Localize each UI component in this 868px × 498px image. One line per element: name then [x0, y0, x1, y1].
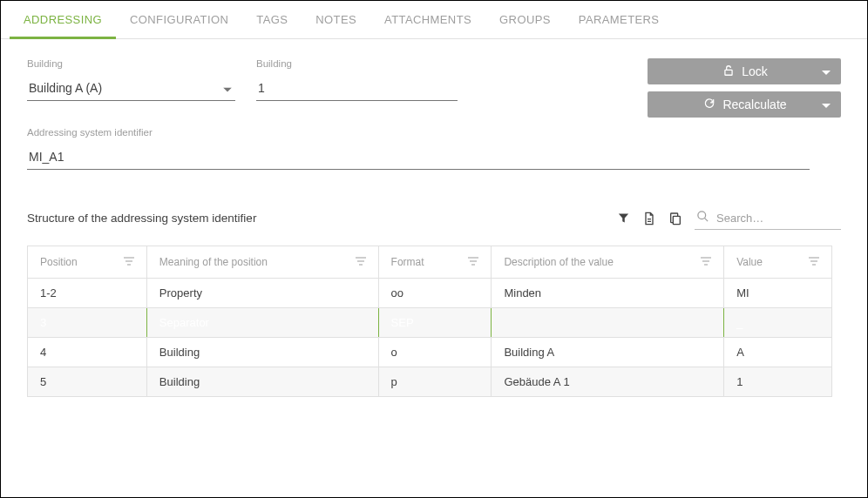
tab-tags[interactable]: TAGS: [242, 1, 302, 38]
column-header-value[interactable]: Value: [724, 246, 831, 278]
field-label: Building: [256, 58, 458, 69]
column-filter-icon[interactable]: [701, 256, 711, 268]
cell-format: p: [379, 367, 492, 396]
refresh-icon: [703, 98, 715, 112]
column-header-format[interactable]: Format: [379, 246, 492, 278]
tab-label: ATTACHMENTS: [384, 13, 471, 26]
cell-value: _: [724, 308, 831, 337]
addressing-id-input[interactable]: [27, 145, 810, 170]
building-select-field: Building Building A (A): [27, 58, 235, 101]
structure-header: Structure of the addressing system ident…: [27, 206, 841, 230]
tab-label: NOTES: [315, 13, 356, 26]
building-select-value: Building A (A): [27, 76, 235, 101]
lock-icon: [722, 64, 735, 79]
main-panel: ADDRESSING CONFIGURATION TAGS NOTES ATTA…: [0, 0, 868, 498]
search-icon: [696, 210, 709, 225]
cell-desc: Gebäude A 1: [492, 367, 724, 396]
tab-label: CONFIGURATION: [130, 13, 228, 26]
cell-format: o: [379, 338, 492, 367]
addressing-id-field: Addressing system identifier: [27, 127, 841, 170]
column-header-position[interactable]: Position: [28, 246, 147, 278]
column-header-meaning[interactable]: Meaning of the position: [147, 246, 379, 278]
svg-rect-1: [673, 216, 680, 224]
building-num-input[interactable]: [256, 76, 458, 101]
cell-format: oo: [379, 279, 492, 307]
cell-desc: Minden: [492, 279, 724, 307]
svg-point-2: [698, 212, 706, 219]
chevron-down-icon: [822, 98, 831, 111]
tab-label: GROUPS: [499, 13, 551, 26]
tab-notes[interactable]: NOTES: [302, 1, 370, 38]
button-label: Lock: [742, 64, 768, 78]
button-label: Recalculate: [722, 98, 786, 111]
cell-position: 5: [28, 367, 147, 396]
field-label: Building: [27, 58, 235, 69]
structure-grid: Position Meaning of the position Format …: [27, 246, 832, 397]
column-filter-icon[interactable]: [356, 256, 366, 268]
tab-bar: ADDRESSING CONFIGURATION TAGS NOTES ATTA…: [1, 1, 867, 39]
export-icon[interactable]: [642, 212, 656, 225]
cell-desc: [492, 308, 724, 337]
cell-position: 3: [28, 308, 147, 337]
table-row[interactable]: 4 Building o Building A A: [28, 338, 831, 367]
column-filter-icon[interactable]: [124, 256, 134, 268]
table-row[interactable]: 5 Building p Gebäude A 1 1: [28, 367, 831, 396]
tab-label: TAGS: [256, 13, 288, 26]
column-label: Position: [40, 256, 124, 268]
building-num-field: Building: [256, 58, 458, 101]
table-row[interactable]: 1-2 Property oo Minden MI: [28, 279, 831, 308]
cell-meaning: Building: [147, 338, 379, 367]
tab-label: PARAMETERS: [579, 13, 660, 26]
tab-parameters[interactable]: PARAMETERS: [565, 1, 674, 38]
cell-desc: Building A: [492, 338, 724, 367]
structure-section: Structure of the addressing system ident…: [27, 206, 841, 397]
column-filter-icon[interactable]: [468, 256, 478, 268]
grid-header-row: Position Meaning of the position Format …: [28, 246, 831, 279]
column-label: Description of the value: [504, 256, 701, 268]
form-area: Building Building A (A) Building Lock: [1, 39, 867, 397]
tab-label: ADDRESSING: [24, 13, 102, 26]
cell-value: 1: [724, 367, 831, 396]
table-row[interactable]: 3 Separator SEP _: [28, 308, 831, 338]
lock-button[interactable]: Lock: [648, 58, 841, 84]
cell-meaning: Property: [147, 279, 379, 307]
search-field[interactable]: [695, 206, 841, 230]
cell-meaning: Separator: [147, 308, 379, 337]
tab-groups[interactable]: GROUPS: [485, 1, 565, 38]
tab-addressing[interactable]: ADDRESSING: [10, 1, 116, 38]
column-label: Meaning of the position: [159, 256, 356, 268]
actions-column: Lock Recalculate: [648, 58, 841, 118]
tab-attachments[interactable]: ATTACHMENTS: [370, 1, 485, 38]
column-label: Value: [736, 256, 809, 268]
search-input[interactable]: [716, 212, 839, 225]
cell-value: MI: [724, 279, 831, 307]
field-label: Addressing system identifier: [27, 127, 841, 138]
building-select[interactable]: Building A (A): [27, 76, 235, 101]
chevron-down-icon: [822, 64, 831, 78]
column-header-description[interactable]: Description of the value: [492, 246, 724, 278]
cell-value: A: [724, 338, 831, 367]
recalculate-button[interactable]: Recalculate: [648, 91, 841, 118]
structure-tools: [617, 206, 841, 230]
structure-title: Structure of the addressing system ident…: [27, 212, 256, 225]
cell-format: SEP: [379, 308, 492, 337]
cell-position: 4: [28, 338, 147, 367]
column-label: Format: [391, 256, 469, 268]
cell-meaning: Building: [147, 367, 379, 396]
copy-icon[interactable]: [668, 212, 682, 225]
tab-configuration[interactable]: CONFIGURATION: [116, 1, 242, 38]
filter-icon[interactable]: [617, 212, 630, 225]
svg-rect-0: [725, 70, 732, 75]
column-filter-icon[interactable]: [809, 256, 819, 268]
cell-position: 1-2: [28, 279, 147, 307]
